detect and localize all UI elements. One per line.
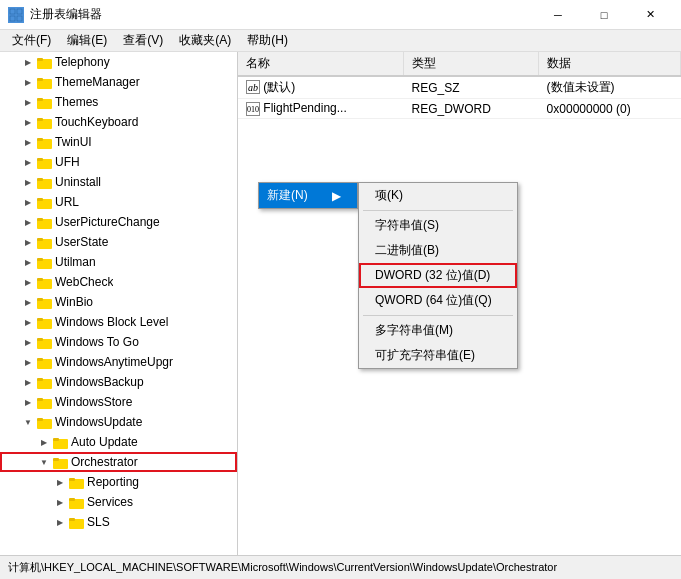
ctx-new[interactable]: 新建(N) ▶ — [259, 183, 357, 208]
tree-item-thememanager[interactable]: ThemeManager — [0, 72, 237, 92]
expand-webcheck[interactable] — [20, 274, 36, 290]
tree-item-sls[interactable]: SLS — [0, 512, 237, 532]
submenu-item-erjin[interactable]: 二进制值(B) — [359, 238, 517, 263]
submenu-item-xiang[interactable]: 项(K) — [359, 183, 517, 208]
submenu-item-zifu[interactable]: 字符串值(S) — [359, 213, 517, 238]
expand-touchkeyboard[interactable] — [20, 114, 36, 130]
tree-item-webcheck[interactable]: WebCheck — [0, 272, 237, 292]
tree-item-windowsupdate[interactable]: WindowsUpdate — [0, 412, 237, 432]
ctx-new-label: 新建(N) — [267, 187, 308, 204]
tree-label-services: Services — [87, 495, 133, 509]
submenu-label-kekuozhong: 可扩充字符串值(E) — [375, 348, 475, 362]
tree-item-ufh[interactable]: UFH — [0, 152, 237, 172]
svg-rect-23 — [37, 238, 43, 241]
col-name: 名称 — [238, 52, 403, 76]
expand-userstate[interactable] — [20, 234, 36, 250]
tree-item-touchkeyboard[interactable]: TouchKeyboard — [0, 112, 237, 132]
tree-item-utilman[interactable]: Utilman — [0, 252, 237, 272]
svg-rect-17 — [37, 178, 43, 181]
tree-item-services[interactable]: Services — [0, 492, 237, 512]
expand-themes[interactable] — [20, 94, 36, 110]
table-row[interactable]: ab (默认) REG_SZ (数值未设置) — [238, 76, 681, 99]
expand-windowsblocklevel[interactable] — [20, 314, 36, 330]
tree-scroll[interactable]: Telephony ThemeManager Themes — [0, 52, 237, 555]
svg-rect-29 — [37, 298, 43, 301]
folder-icon — [36, 94, 52, 110]
expand-autoupdate[interactable] — [36, 434, 52, 450]
menu-help[interactable]: 帮助(H) — [239, 30, 296, 51]
menu-view[interactable]: 查看(V) — [115, 30, 171, 51]
svg-rect-25 — [37, 258, 43, 261]
svg-rect-21 — [37, 218, 43, 221]
menu-file[interactable]: 文件(F) — [4, 30, 59, 51]
expand-windowsupdate[interactable] — [20, 414, 36, 430]
expand-userpicturechange[interactable] — [20, 214, 36, 230]
expand-windowsbackup[interactable] — [20, 374, 36, 390]
expand-utilman[interactable] — [20, 254, 36, 270]
tree-label-uninstall: Uninstall — [55, 175, 101, 189]
tree-label-winbio: WinBio — [55, 295, 93, 309]
expand-services[interactable] — [52, 494, 68, 510]
expand-thememanager[interactable] — [20, 74, 36, 90]
expand-windowsstore[interactable] — [20, 394, 36, 410]
expand-uninstall[interactable] — [20, 174, 36, 190]
ctx-arrow-icon: ▶ — [332, 189, 341, 203]
svg-rect-35 — [37, 358, 43, 361]
expand-windowsanytimeupgr[interactable] — [20, 354, 36, 370]
tree-item-userstate[interactable]: UserState — [0, 232, 237, 252]
expand-windowstogo[interactable] — [20, 334, 36, 350]
tree-item-url[interactable]: URL — [0, 192, 237, 212]
expand-telephony[interactable] — [20, 54, 36, 70]
submenu-item-dword32[interactable]: DWORD (32 位)值(D) — [359, 263, 517, 288]
svg-rect-15 — [37, 158, 43, 161]
expand-url[interactable] — [20, 194, 36, 210]
tree-item-telephony[interactable]: Telephony — [0, 52, 237, 72]
tree-item-twinui[interactable]: TwinUI — [0, 132, 237, 152]
svg-rect-2 — [10, 16, 15, 21]
tree-item-windowstogo[interactable]: Windows To Go — [0, 332, 237, 352]
expand-ufh[interactable] — [20, 154, 36, 170]
tree-item-reporting[interactable]: Reporting — [0, 472, 237, 492]
table-row[interactable]: 010 FlightPending... REG_DWORD 0x0000000… — [238, 99, 681, 119]
tree-item-windowsanytimeupgr[interactable]: WindowsAnytimeUpgr — [0, 352, 237, 372]
svg-rect-41 — [37, 418, 43, 421]
col-data: 数据 — [539, 52, 681, 76]
tree-item-userpicturechange[interactable]: UserPictureChange — [0, 212, 237, 232]
submenu-item-qword64[interactable]: QWORD (64 位)值(Q) — [359, 288, 517, 313]
tree-item-orchestrator[interactable]: Orchestrator — [0, 452, 237, 472]
submenu-item-kekuozhong[interactable]: 可扩充字符串值(E) — [359, 343, 517, 368]
tree-item-windowsblocklevel[interactable]: Windows Block Level — [0, 312, 237, 332]
reg-name: FlightPending... — [263, 101, 346, 115]
reg-icon-cell: 010 FlightPending... — [238, 99, 403, 119]
menu-favorites[interactable]: 收藏夹(A) — [171, 30, 239, 51]
expand-winbio[interactable] — [20, 294, 36, 310]
expand-orchestrator[interactable] — [36, 454, 52, 470]
tree-label-telephony: Telephony — [55, 55, 110, 69]
reg-type-icon-dw: 010 — [246, 102, 260, 116]
tree-item-windowsbackup[interactable]: WindowsBackup — [0, 372, 237, 392]
tree-label-utilman: Utilman — [55, 255, 96, 269]
submenu-label-erjin: 二进制值(B) — [375, 243, 439, 257]
tree-item-uninstall[interactable]: Uninstall — [0, 172, 237, 192]
reg-type: REG_SZ — [403, 76, 538, 99]
tree-item-winbio[interactable]: WinBio — [0, 292, 237, 312]
expand-sls[interactable] — [52, 514, 68, 530]
title-bar: 注册表编辑器 ─ □ ✕ — [0, 0, 681, 30]
menu-edit[interactable]: 编辑(E) — [59, 30, 115, 51]
tree-label-windowsupdate: WindowsUpdate — [55, 415, 142, 429]
folder-icon — [36, 154, 52, 170]
maximize-button[interactable]: □ — [581, 0, 627, 30]
reg-icon-cell: ab (默认) — [238, 76, 403, 99]
tree-item-windowsstore[interactable]: WindowsStore — [0, 392, 237, 412]
expand-reporting[interactable] — [52, 474, 68, 490]
minimize-button[interactable]: ─ — [535, 0, 581, 30]
folder-icon — [36, 254, 52, 270]
context-menu: 新建(N) ▶ — [258, 182, 358, 209]
submenu-item-duozi[interactable]: 多字符串值(M) — [359, 318, 517, 343]
close-button[interactable]: ✕ — [627, 0, 673, 30]
expand-twinui[interactable] — [20, 134, 36, 150]
tree-item-autoupdate[interactable]: Auto Update — [0, 432, 237, 452]
tree-item-themes[interactable]: Themes — [0, 92, 237, 112]
title-bar-left: 注册表编辑器 — [8, 6, 102, 23]
folder-icon — [36, 134, 52, 150]
